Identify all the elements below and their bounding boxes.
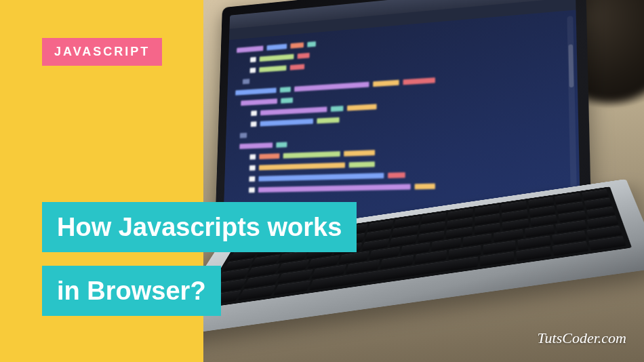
- title-line-1-wrap: How Javascripts works: [42, 202, 357, 252]
- hero-photo: [203, 0, 644, 362]
- code-editor-content: [232, 16, 573, 218]
- title-line-1: How Javascripts works: [42, 202, 357, 252]
- category-badge: JAVASCRIPT: [42, 38, 162, 66]
- laptop-screen: [223, 0, 580, 225]
- title-line-2: in Browser?: [42, 266, 221, 316]
- title-line-2-wrap: in Browser?: [42, 266, 221, 316]
- site-watermark: TutsCoder.com: [538, 329, 626, 347]
- laptop: [203, 0, 644, 362]
